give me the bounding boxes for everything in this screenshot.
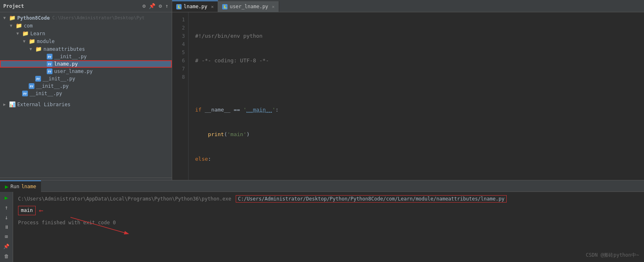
bottom-toolbar: ▶ ↑ ↓ ⏸ ⊞ 📌 🗑 [0,192,13,262]
line-numbers: 1 2 3 4 5 6 7 8 [172,12,189,180]
bottom-tab-run-file: lname [21,184,36,189]
bottom-tabs-bar: ▶ Run lname [0,180,644,192]
code-line-5: print('main') [195,130,637,139]
code-line-3 [195,81,637,89]
cmd-line: C:\Users\Administrator\AppData\Local\Pro… [18,195,639,203]
tree-label-python8code: Python8Code [17,15,50,21]
py-icon-lname: py [47,61,52,67]
tab-user-lname-icon: 🐍 [222,4,228,9]
tree-item-learn[interactable]: ▼ 📁 Learn [0,30,172,37]
run-icon: ▶ [5,183,8,190]
tree-item-module[interactable]: ▼ 📁 module [0,37,172,45]
tab-lname-icon: 🐍 [176,4,182,9]
code-editor: 1 2 3 4 5 6 7 8 #!/usr/bin/env python # … [172,12,644,180]
tree-item-python8code[interactable]: ▼ 📁 Python8Code C:\Users\Administrator\D… [0,14,172,22]
tree-item-lname[interactable]: py lname.py [0,60,172,68]
scroll-up-button[interactable]: ↑ [2,203,11,212]
py-icon-user-lname: py [47,68,52,74]
gear-icon[interactable]: ⚙ [159,3,162,9]
bottom-tab-run[interactable]: ▶ Run lname [0,180,41,192]
pause-button[interactable]: ⏸ [2,223,11,231]
tree-label-nameattributes: nameattributes [43,46,85,52]
editor-area: 1 2 3 4 5 6 7 8 #!/usr/bin/env python # … [172,12,644,180]
arrow-python8code: ▼ [3,16,9,20]
tree-label-learn: Learn [30,31,45,36]
code-line-1: #!/usr/bin/env python [195,32,637,40]
code-line-4: if __name__ == '__main__': [195,106,637,114]
tab-lname[interactable]: 🐍 lname.py ✕ [172,0,218,12]
annotation-arrow [62,213,144,238]
tree-item-init4[interactable]: py __init__.py [0,90,172,97]
cmd-file-path-highlight: C:/Users/Administrator/Desktop/Python/Py… [236,195,506,203]
tree-label-init1: __init__.py [54,54,86,59]
tree-item-com[interactable]: ▼ 📁 com [0,22,172,30]
tree-item-nameattributes[interactable]: ▼ 📁 nameattributes [0,45,172,53]
svg-line-0 [71,217,128,234]
tab-user-lname-label: user_lname.py [230,4,268,9]
run-again-button[interactable]: ▶ [2,194,11,202]
folder-python8code-icon: 📁 [9,15,16,21]
code-line-6: else: [195,155,637,163]
tab-user-lname-close[interactable]: ✕ [272,4,275,9]
arrow-learn: ▼ [16,31,22,36]
arrow-nameattributes: ▼ [30,47,35,51]
tree-item-init3[interactable]: py __init__.py [0,82,172,90]
cmd-python-path: C:\Users\Administrator\AppData\Local\Pro… [18,196,231,202]
tree-label-init4: __init__.py [30,91,62,96]
grid-button[interactable]: ⊞ [2,232,11,241]
tree-item-user-lname[interactable]: py user_lname.py [0,68,172,75]
tree-label-com: com [24,23,33,29]
settings-icon[interactable]: ⚙ [143,3,146,9]
py-icon-init3: py [29,83,34,89]
py-icon-init2: py [35,76,41,82]
arrow-module: ▼ [23,39,29,43]
folder-module-icon: 📁 [29,38,35,44]
watermark: CSDN @搬砖python中~ [586,252,639,259]
py-icon-init4: py [22,91,28,96]
tree-label-user-lname: user_lname.py [54,68,93,74]
bottom-panel: ▶ Run lname ▶ ↑ ↓ ⏸ ⊞ 📌 🗑 C:\Users\Admin… [0,180,644,262]
pin-icon[interactable]: 📌 [149,3,155,9]
tab-lname-close[interactable]: ✕ [211,4,214,9]
arrow-external: ▶ [3,102,9,107]
tree-label-module: module [37,39,55,44]
tab-lname-label: lname.py [184,4,207,9]
arrow-right: ← [39,205,43,216]
code-line-2: # -*- coding: UTF-8 -*- [195,57,637,65]
tree-item-external[interactable]: ▶ 📊 External Libraries [0,100,172,108]
tree-label-lname: lname.py [54,61,78,67]
tree-label-init2: __init__.py [43,76,75,82]
py-icon-init1: py [47,54,52,59]
tab-user-lname[interactable]: 🐍 user_lname.py ✕ [218,1,279,12]
arrow-com: ▼ [10,23,16,28]
terminal-output: C:\Users\Administrator\AppData\Local\Pro… [13,192,644,262]
bottom-tab-run-label: Run [10,184,19,189]
folder-learn-icon: 📁 [22,30,29,36]
folder-com-icon: 📁 [16,23,22,29]
trash-button[interactable]: 🗑 [2,252,11,260]
pin2-button[interactable]: 📌 [2,242,11,251]
tree-path-python8code: C:\Users\Administrator\Desktop\Pyt [52,15,144,21]
scroll-down-button[interactable]: ↓ [2,213,11,221]
external-icon: 📊 [9,101,16,107]
folder-nameattributes-icon: 📁 [35,46,42,52]
project-label: Project [3,3,24,9]
code-content[interactable]: #!/usr/bin/env python # -*- coding: UTF-… [189,12,644,180]
tree-item-init2[interactable]: py __init__.py [0,75,172,82]
expand-icon[interactable]: ↑ [165,3,168,9]
tree-label-external: External Libraries [17,102,71,107]
tree-label-init3: __init__.py [36,83,68,89]
project-sidebar: ▼ 📁 Python8Code C:\Users\Administrator\D… [0,12,172,180]
output-main: main [18,206,36,215]
tree-item-init1[interactable]: py __init__.py [0,53,172,60]
